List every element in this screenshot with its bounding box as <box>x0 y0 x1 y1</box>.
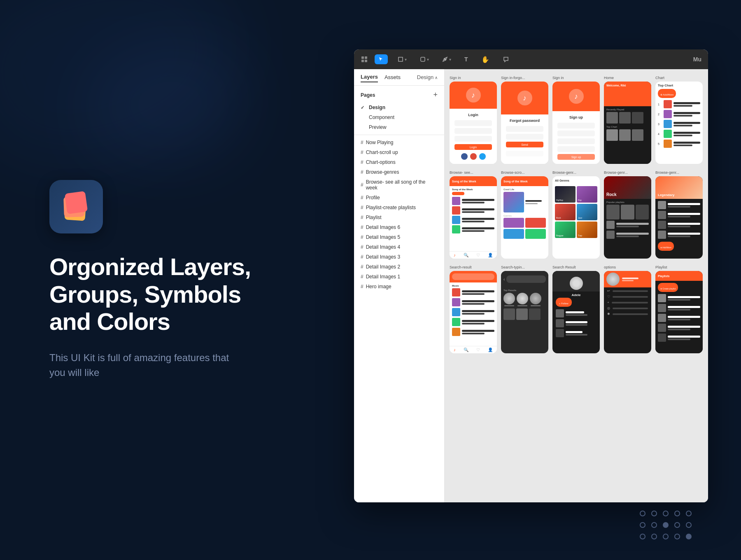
frame-signin-forgot[interactable]: Sign in-forgo... ♪ Forgot password <box>501 76 548 164</box>
layer-playlist[interactable]: # Playlist <box>354 212 444 222</box>
text-tool[interactable]: T <box>461 54 471 64</box>
dot-2-1 <box>640 522 645 528</box>
dot-2-5 <box>686 522 692 528</box>
frame-label: Search-result <box>450 265 472 269</box>
frame-browse-rock[interactable]: Browse-genr... Rock Popular playlists <box>604 170 651 259</box>
frame-search-typing[interactable]: Search-typin... ‹ Top Results <box>501 265 548 353</box>
layer-chart-options[interactable]: # Chart-options <box>354 157 444 167</box>
shape-tool[interactable]: ▾ <box>417 55 432 64</box>
frame-label: options <box>604 265 616 269</box>
frame-signin-2[interactable]: Sign in ♪ Sign up <box>552 76 600 164</box>
page-design[interactable]: ✓ Design <box>354 103 444 112</box>
music-logo: ♪ <box>517 91 532 105</box>
svg-rect-2 <box>361 60 364 62</box>
layer-now-playing[interactable]: # Now Playing <box>354 138 444 147</box>
dots-grid <box>640 511 692 539</box>
layer-detail-5[interactable]: # Detail Images 5 <box>354 232 444 242</box>
frame-browse-legendary[interactable]: Browse-genr... Legendary <box>655 170 703 259</box>
figma-canvas[interactable]: Sign in ♪ Login <box>445 69 708 502</box>
svg-rect-4 <box>398 57 403 61</box>
frame-signin-1[interactable]: Sign in ♪ Login <box>450 76 497 164</box>
pen-tool[interactable]: ▾ <box>439 55 454 64</box>
sidebar-divider <box>354 135 444 135</box>
layer-detail-4[interactable]: # Detail Images 4 <box>354 242 444 252</box>
figma-body: Layers Assets Design Pages + ✓ Design Co… <box>354 69 708 502</box>
sidebar-tabs: Layers Assets Design <box>354 69 444 86</box>
hash-icon: # <box>361 205 364 210</box>
layer-browse-see-all[interactable]: # Browse- see all song of the week <box>354 177 444 193</box>
layer-chart-scroll[interactable]: # Chart-scroll up <box>354 147 444 157</box>
comment-tool[interactable] <box>499 54 513 64</box>
dot-3-3 <box>663 534 669 539</box>
frame-label: Search Result <box>552 265 576 269</box>
frame-browse-scroll[interactable]: Browse-scro... Song of the Week Good Lif… <box>501 170 548 259</box>
hash-icon: # <box>361 149 364 155</box>
frame-label: Playlist <box>655 265 667 269</box>
layer-playlist-create[interactable]: # Playlist-create playlists <box>354 203 444 212</box>
page-preview[interactable]: Preview <box>354 122 444 132</box>
tab-layers[interactable]: Layers <box>361 72 378 82</box>
layer-browse-genres[interactable]: # Browse-genres <box>354 167 444 177</box>
hand-tool[interactable]: ✋ <box>478 54 493 65</box>
left-panel: Orgonized Layers, Groups, Symbols and Co… <box>0 0 313 560</box>
hash-icon: # <box>361 284 364 289</box>
layer-hero[interactable]: # Hero image <box>354 282 444 292</box>
layer-detail-1[interactable]: # Detail Images 1 <box>354 272 444 282</box>
frame-tool[interactable]: ▾ <box>394 55 410 64</box>
hash-icon: # <box>361 140 364 145</box>
add-page-button[interactable]: + <box>433 91 438 99</box>
frames-row-1: Sign in ♪ Login <box>450 76 703 164</box>
dot-3-5 <box>686 534 692 539</box>
hash-icon: # <box>361 264 364 270</box>
frame-browse-see[interactable]: Browse- see... Song of the Week Song of … <box>450 170 497 259</box>
frame-label: Browse-genr... <box>604 170 628 175</box>
cursor-tool[interactable] <box>375 54 388 64</box>
dot-3-4 <box>674 534 680 539</box>
frame-browse-genres-1[interactable]: Browse-genr... All Genres HipHop Pop <box>552 170 600 259</box>
frame-label: Browse- see... <box>450 170 473 175</box>
svg-rect-3 <box>365 60 367 62</box>
layer-detail-2[interactable]: # Detail Images 2 <box>354 262 444 272</box>
frame-options[interactable]: options <box>604 265 651 353</box>
dot-2-3 <box>663 522 669 528</box>
pages-label: Pages <box>361 92 375 98</box>
layer-detail-3[interactable]: # Detail Images 3 <box>354 252 444 262</box>
dot-1-5 <box>686 511 692 516</box>
layer-detail-6[interactable]: # Detail Images 6 <box>354 222 444 232</box>
figma-toolbar: ▾ ▾ ▾ T ✋ Mu <box>354 49 708 69</box>
pages-header: Pages + <box>354 86 444 103</box>
dot-3-2 <box>651 534 657 539</box>
layer-top <box>65 191 88 214</box>
subtext: This UI Kit is full of amazing features … <box>49 350 247 380</box>
frame-label: Search-typin... <box>501 265 525 269</box>
svg-point-6 <box>445 59 446 60</box>
tab-assets[interactable]: Assets <box>384 72 401 82</box>
app-icon <box>49 180 103 233</box>
frame-search-result[interactable]: Search-result Music <box>450 265 497 353</box>
hash-icon: # <box>361 169 364 175</box>
hash-icon: # <box>361 182 364 188</box>
frame-label: Sign in-forgo... <box>501 76 525 80</box>
page-component[interactable]: Component <box>354 112 444 122</box>
dot-1-4 <box>674 511 680 516</box>
frame-chart[interactable]: Chart Top Chart ⊕ Add/More 1 <box>655 76 703 164</box>
dot-1-1 <box>640 511 645 516</box>
frames-row-2: Browse- see... Song of the Week Song of … <box>450 170 703 259</box>
svg-rect-1 <box>365 56 367 59</box>
hash-icon: # <box>361 159 364 165</box>
svg-rect-5 <box>421 57 425 61</box>
figma-menu-icon[interactable] <box>361 56 368 63</box>
frame-home[interactable]: Home Welcome, Riki Recently Played <box>604 76 651 164</box>
dot-2-2 <box>651 522 657 528</box>
headline: Orgonized Layers, Groups, Symbols and Co… <box>49 253 280 336</box>
frame-playlist[interactable]: Playlist Playlists ⊕ Create playlist <box>655 265 703 353</box>
frame-search-adele[interactable]: Search Result Adele + Follow <box>552 265 600 353</box>
hash-icon: # <box>361 234 364 240</box>
dot-3-1 <box>640 534 645 539</box>
layer-profile[interactable]: # Profile <box>354 193 444 203</box>
frame-label: Chart <box>655 76 664 80</box>
frame-label: Sign in <box>450 76 461 80</box>
dot-2-4 <box>674 522 680 528</box>
music-logo: ♪ <box>466 88 481 103</box>
tab-design[interactable]: Design <box>417 72 438 82</box>
